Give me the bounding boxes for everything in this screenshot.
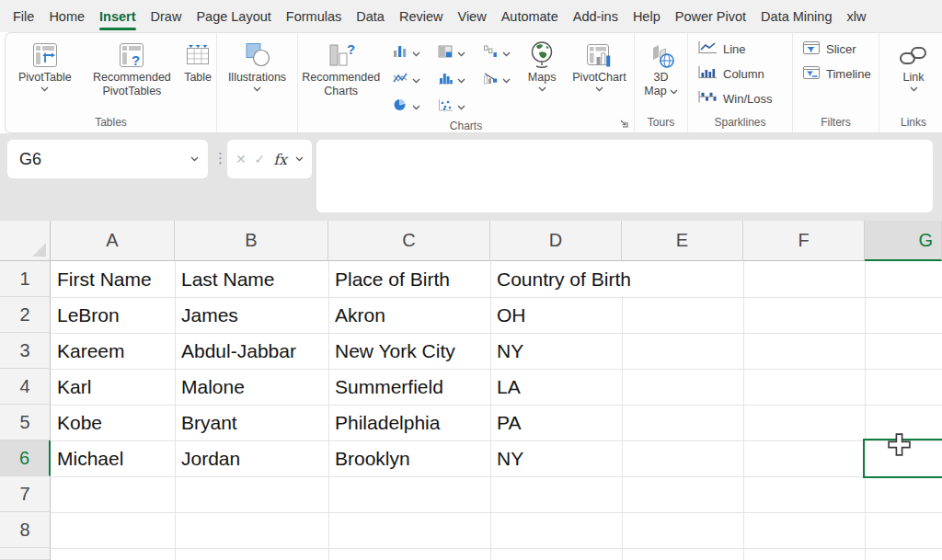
sparkline-winloss-button[interactable]: Win/Loss	[697, 86, 772, 111]
cell-B6[interactable]: Jordan	[176, 441, 327, 475]
insert-combo-chart-button[interactable]	[474, 66, 519, 93]
cell-B5[interactable]: Bryant	[176, 406, 327, 440]
recommended-pivottables-icon: ?	[118, 40, 145, 71]
chevron-down-icon	[910, 86, 918, 92]
recommended-pivottables-button[interactable]: ? Recommended PivotTables	[85, 38, 180, 99]
insert-function-button[interactable]: fx	[273, 151, 287, 168]
row-header-4[interactable]: 4	[0, 369, 51, 405]
menu-tab-data-mining[interactable]: Data Mining	[753, 0, 839, 32]
column-header-C[interactable]: C	[328, 221, 490, 261]
row-header-2[interactable]: 2	[0, 297, 51, 333]
cell-D4[interactable]: LA	[491, 370, 621, 404]
maps-button[interactable]: Maps	[519, 38, 564, 92]
menu-tab-power-pivot[interactable]: Power Pivot	[668, 0, 753, 32]
cell-D6[interactable]: NY	[491, 441, 621, 475]
group-label-charts: Charts	[450, 120, 482, 132]
cell-A4[interactable]: Karl	[52, 370, 174, 404]
menu-tab-help[interactable]: Help	[626, 0, 668, 32]
chevron-down-icon[interactable]	[190, 156, 199, 162]
cell-C1[interactable]: Place of Birth	[329, 262, 489, 296]
chevron-down-icon[interactable]	[295, 156, 304, 162]
timeline-button[interactable]: Timeline	[802, 62, 871, 86]
insert-statistic-chart-button[interactable]	[429, 66, 474, 93]
cell-A6[interactable]: Michael	[52, 441, 174, 475]
row-header-5[interactable]: 5	[0, 405, 51, 440]
cell-D1[interactable]: Country of Birth	[491, 262, 637, 296]
cell-C5[interactable]: Philadelphia	[329, 406, 489, 440]
cell-C3[interactable]: New York City	[329, 334, 489, 368]
pivottable-icon	[31, 40, 59, 71]
menu-tab-add-ins[interactable]: Add-ins	[566, 0, 626, 32]
cell-D3[interactable]: NY	[491, 334, 621, 368]
recommended-charts-button[interactable]: ? Recommended Charts	[298, 38, 384, 99]
insert-waterfall-chart-button[interactable]	[474, 40, 519, 66]
link-button[interactable]: Link	[881, 38, 942, 92]
cell-C6[interactable]: Brooklyn	[329, 441, 489, 475]
recommended-charts-icon: ?	[327, 40, 356, 71]
menu-tab-automate[interactable]: Automate	[494, 0, 566, 32]
recommended-charts-label: Recommended Charts	[298, 71, 384, 99]
column-header-F[interactable]: F	[743, 221, 865, 261]
column-header-B[interactable]: B	[175, 221, 328, 261]
insert-column-chart-button[interactable]	[384, 40, 429, 66]
insert-line-chart-button[interactable]	[384, 66, 429, 93]
insert-hierarchy-chart-button[interactable]	[429, 40, 474, 66]
formula-bar-input[interactable]	[316, 140, 933, 212]
group-label-links: Links	[879, 112, 942, 132]
cell-A1[interactable]: First Name	[52, 262, 174, 296]
link-chain-icon	[899, 40, 928, 71]
chevron-down-icon	[457, 78, 465, 84]
illustrations-button[interactable]: Illustrations	[219, 38, 296, 92]
row-header-6[interactable]: 6	[0, 440, 51, 476]
table-button[interactable]: Table	[179, 38, 216, 85]
menu-tab-home[interactable]: Home	[41, 0, 92, 32]
menu-tab-view[interactable]: View	[450, 0, 493, 32]
3d-map-label-line1: 3D	[654, 71, 669, 85]
cell-B2[interactable]: James	[176, 298, 327, 332]
menu-tab-draw[interactable]: Draw	[144, 0, 190, 32]
name-box[interactable]: G6	[7, 140, 208, 178]
select-all-button[interactable]	[0, 221, 51, 261]
menu-tab-xlw[interactable]: xlw	[839, 0, 873, 32]
row-header-1[interactable]: 1	[0, 261, 51, 297]
cell-D2[interactable]: OH	[491, 298, 621, 332]
menu-tab-formulas[interactable]: Formulas	[279, 0, 349, 32]
recommended-pivottables-label: Recommended PivotTables	[85, 71, 180, 99]
cell-C2[interactable]: Akron	[329, 298, 489, 332]
insert-scatter-chart-button[interactable]	[429, 93, 474, 120]
cell-C4[interactable]: Summerfield	[329, 370, 489, 404]
menu-tab-page-layout[interactable]: Page Layout	[189, 0, 278, 32]
menu-tab-file[interactable]: File	[6, 0, 41, 32]
row-header-8[interactable]: 8	[0, 512, 51, 548]
charts-dialog-launcher-icon[interactable]	[618, 118, 629, 129]
cell-A3[interactable]: Kareem	[52, 334, 174, 368]
sparkline-column-button[interactable]: Column	[697, 62, 764, 86]
slicer-label: Slicer	[826, 42, 856, 56]
cell-A2[interactable]: LeBron	[52, 298, 174, 332]
3d-map-button[interactable]: 3D Map	[637, 38, 686, 99]
sparkline-line-button[interactable]: Line	[697, 37, 746, 62]
column-header-D[interactable]: D	[490, 221, 622, 261]
column-header-G[interactable]: G	[865, 221, 942, 261]
column-header-E[interactable]: E	[622, 221, 743, 261]
cell-B4[interactable]: Malone	[176, 370, 327, 404]
cell-B3[interactable]: Abdul-Jabbar	[176, 334, 327, 368]
column-header-A[interactable]: A	[51, 221, 175, 261]
table-icon	[185, 40, 211, 71]
enter-button[interactable]: ✓	[255, 152, 266, 166]
cell-D5[interactable]: PA	[491, 406, 621, 440]
menu-tab-data[interactable]: Data	[349, 0, 392, 32]
menu-tab-insert[interactable]: Insert	[92, 0, 144, 32]
row-header-9[interactable]	[0, 548, 51, 560]
pivottable-button[interactable]: PivotTable	[6, 38, 85, 92]
row-header-7[interactable]: 7	[0, 476, 51, 512]
menu-tab-review[interactable]: Review	[392, 0, 451, 32]
row-header-3[interactable]: 3	[0, 333, 51, 369]
cell-A5[interactable]: Kobe	[52, 406, 174, 440]
cell-B1[interactable]: Last Name	[176, 262, 327, 296]
slicer-button[interactable]: Slicer	[802, 37, 856, 62]
chevron-down-icon	[412, 51, 420, 57]
pivotchart-button[interactable]: PivotChart	[565, 38, 634, 92]
cancel-button[interactable]: ✕	[236, 152, 247, 166]
insert-pie-chart-button[interactable]	[384, 93, 429, 120]
